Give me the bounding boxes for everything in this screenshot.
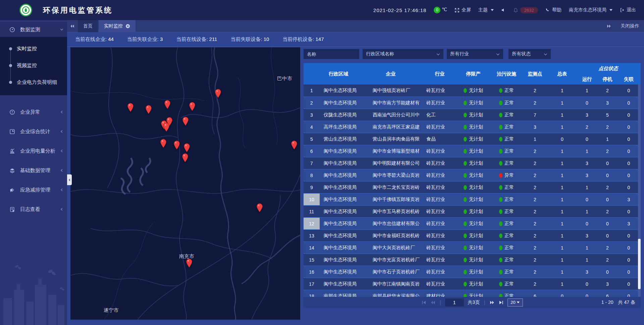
scrollbar-thumb[interactable] bbox=[638, 239, 641, 289]
tabs-scroll-right-button[interactable] bbox=[604, 20, 614, 32]
cell-running: 1 bbox=[576, 181, 598, 193]
table-row[interactable]: 12阆中生态环境局阆中市忠信建材有限公砖瓦行业无计划正常21003 bbox=[304, 217, 641, 229]
fullscreen-button[interactable]: 全屏 bbox=[454, 7, 471, 13]
map-marker[interactable] bbox=[291, 141, 298, 150]
close-operations-button[interactable]: 关闭操作 bbox=[621, 23, 639, 29]
map-marker[interactable] bbox=[164, 100, 171, 109]
table-row[interactable]: 15阆中生态环境局阆中市光富页岩机砖厂砖瓦行业无计划正常21120 bbox=[304, 254, 641, 266]
cell-company: 阆中市金博瑞新型墙材 bbox=[357, 145, 424, 157]
name-filter-input-box[interactable] bbox=[304, 49, 359, 59]
cell-stopped: 0 bbox=[598, 169, 617, 181]
logout-label: 退出 bbox=[627, 7, 636, 13]
user-dropdown[interactable]: 南充市生态环境局 bbox=[569, 7, 612, 13]
table-row[interactable]: 10阆中生态环境局阆中千佛镇五郎垭页岩砖瓦行业无计划正常21003 bbox=[304, 193, 641, 205]
table-row[interactable]: 3仪陇生态环境局西南油气田分公司川中化工无计划正常71350 bbox=[304, 109, 641, 121]
sidebar-item-数据监测[interactable]: 数据监测 bbox=[0, 22, 67, 37]
next-page-button[interactable] bbox=[489, 301, 495, 305]
industry-filter-select[interactable]: 所有行业 bbox=[447, 49, 503, 59]
map-marker[interactable] bbox=[127, 103, 133, 112]
map-panel[interactable]: 巴中市南充市遂宁市 bbox=[70, 47, 300, 320]
sidebar-subitem-视频监控[interactable]: 视频监控 bbox=[0, 57, 67, 74]
map-marker[interactable] bbox=[256, 203, 263, 212]
sidebar-item-企业综合统计[interactable]: 企业综合统计 bbox=[0, 124, 67, 139]
sidebar-item-日志查看[interactable]: 日志查看 bbox=[0, 202, 67, 217]
next-page-icon bbox=[489, 301, 495, 305]
help-button[interactable]: 帮助 bbox=[545, 7, 561, 13]
table-row[interactable]: 13阆中生态环境局阆中市金福旺页岩机砖砖瓦行业无计划正常21300 bbox=[304, 229, 641, 241]
cell-points: 2 bbox=[522, 157, 548, 169]
table-scrollbar[interactable] bbox=[638, 85, 641, 297]
stat-label: 当前停机设备 bbox=[282, 36, 313, 42]
cell-stopped: 2 bbox=[598, 85, 617, 97]
tab-close-icon[interactable] bbox=[125, 24, 130, 29]
cell-company: 阆中市五马桥页岩机砖 bbox=[357, 206, 424, 217]
map-marker[interactable] bbox=[186, 259, 193, 268]
status-dot-green bbox=[499, 185, 502, 190]
map-marker[interactable] bbox=[182, 153, 188, 162]
name-filter-input[interactable] bbox=[307, 51, 356, 57]
map-marker[interactable] bbox=[189, 102, 196, 111]
stat-label: 当前在线设备 bbox=[176, 36, 206, 42]
cell-production: 无计划 bbox=[455, 97, 491, 109]
table-row[interactable]: 14阆中生态环境局阆中大兴页岩机砖厂砖瓦行业无计划正常21120 bbox=[304, 241, 641, 254]
table-row[interactable]: 17阆中生态环境局阆中市江南镇阆南页岩砖瓦行业无计划正常21030 bbox=[304, 278, 641, 290]
cell-production: 无计划 bbox=[455, 181, 491, 193]
status-filter-select[interactable]: 所有状态 bbox=[508, 49, 551, 59]
map-marker[interactable] bbox=[163, 123, 169, 132]
map-marker[interactable] bbox=[182, 117, 189, 126]
logout-button[interactable]: 退出 bbox=[620, 7, 636, 13]
sidebar-subitem-实时监控[interactable]: 实时监控 bbox=[0, 40, 67, 57]
cell-facility: 异常 bbox=[491, 169, 522, 181]
map-marker[interactable] bbox=[145, 105, 152, 114]
tab-实时监控[interactable]: 实时监控 bbox=[99, 20, 136, 32]
sidebar-subitem-label: 实时监控 bbox=[17, 46, 37, 52]
column-header-治污设施: 治污设施 bbox=[491, 63, 522, 85]
cell-offline: 0 bbox=[617, 109, 641, 121]
map-marker[interactable] bbox=[160, 139, 166, 148]
sidebar-subitem-label: 企业电力负荷明细 bbox=[17, 79, 57, 86]
column-header-监测点: 监测点 bbox=[522, 63, 548, 85]
cell-production: 无计划 bbox=[455, 145, 491, 157]
map-collapse-handle[interactable] bbox=[67, 174, 72, 185]
sidebar-item-应急减排管理[interactable]: 应急减排管理 bbox=[0, 182, 67, 197]
table-row[interactable]: 4高坪生态环境局南充市高坪区王家店建砖瓦行业无计划正常31220 bbox=[304, 121, 641, 133]
sidebar-subitem-企业电力负荷明细[interactable]: 企业电力负荷明细 bbox=[0, 74, 67, 91]
first-page-button[interactable] bbox=[421, 301, 426, 305]
table-row[interactable]: 18南部生态环境局南部县砒华水泥有限公建材行业无计划正常60060 bbox=[304, 290, 641, 297]
total-records-label: 共 47 条 bbox=[618, 300, 635, 306]
notifications[interactable]: 2632 bbox=[513, 7, 538, 13]
page: 环保用电监管系统 2021-02-25 17:46:18 0 ℃ 全屏 主题 bbox=[0, 0, 644, 325]
page-number-input[interactable] bbox=[445, 299, 464, 307]
tabs-scroll-left-button[interactable] bbox=[67, 20, 77, 32]
table-row[interactable]: 5营山生态环境局营山县润丰肉食品有限食品无计划正常10010 bbox=[304, 133, 641, 145]
sidebar-item-企业异常[interactable]: 企业异常 bbox=[0, 105, 67, 119]
cell-company: 营山县润丰肉食品有限 bbox=[357, 133, 424, 145]
table-header: 行政区域企业行业停限产治污设施监测点总表点位状态运行停机失联 bbox=[304, 63, 641, 85]
page-size-select[interactable]: 20 bbox=[507, 299, 523, 307]
sidebar-item-基础数据管理[interactable]: 基础数据管理 bbox=[0, 163, 67, 178]
table-row[interactable]: 7阆中生态环境局阆中明阳建材有限公司砖瓦行业无计划正常21300 bbox=[304, 157, 641, 169]
table-row[interactable]: 9阆中生态环境局阆中市二龙长宝页岩砖砖瓦行业无计划正常21120 bbox=[304, 181, 641, 193]
table-row[interactable]: 8阆中生态环境局阆中市枣碧大梁山页岩砖瓦行业无计划异常21300 bbox=[304, 169, 641, 181]
map-marker[interactable] bbox=[215, 89, 221, 98]
table-row[interactable]: 11阆中生态环境局阆中市五马桥页岩机砖砖瓦行业无计划正常21120 bbox=[304, 205, 641, 217]
chevron-left-icon bbox=[60, 168, 64, 172]
map-marker[interactable] bbox=[174, 141, 180, 150]
table-row[interactable]: 6阆中生态环境局阆中市金博瑞新型墙材砖瓦行业无计划正常21120 bbox=[304, 145, 641, 157]
cell-region: 阆中生态环境局 bbox=[320, 85, 357, 97]
cell-industry: 砖瓦行业 bbox=[424, 230, 455, 241]
table-row[interactable]: 1阆中生态环境局阆中强锐页岩砖厂砖瓦行业无计划正常21120 bbox=[304, 85, 641, 97]
table-row[interactable]: 2阆中生态环境局阆中市南方节能建材有砖瓦行业无计划正常21030 bbox=[304, 97, 641, 109]
cell-facility: 正常 bbox=[491, 278, 522, 290]
previous-page-button[interactable] bbox=[430, 301, 435, 305]
sound-button[interactable] bbox=[501, 8, 506, 12]
cell-region: 阆中生态环境局 bbox=[320, 230, 357, 241]
cell-points: 6 bbox=[522, 290, 548, 297]
table-row[interactable]: 16阆中生态环境局阆中市石子页岩机砖厂砖瓦行业无计划正常21300 bbox=[304, 266, 641, 278]
sidebar-item-企业用电量分析[interactable]: 企业用电量分析 bbox=[0, 144, 67, 158]
region-filter-select[interactable]: 行政区域名称 bbox=[363, 49, 443, 59]
last-page-button[interactable] bbox=[499, 301, 503, 305]
tab-首页[interactable]: 首页 bbox=[78, 20, 98, 32]
theme-dropdown[interactable]: 主题 bbox=[478, 7, 494, 13]
map-marker[interactable] bbox=[183, 143, 190, 152]
